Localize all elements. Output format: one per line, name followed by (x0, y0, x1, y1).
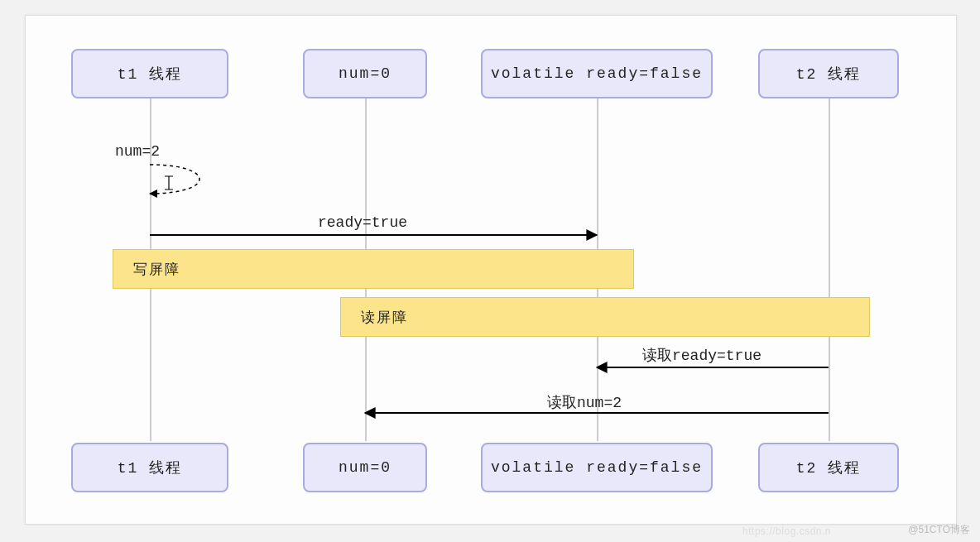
write-barrier: 写屏障 (113, 249, 634, 289)
watermark-csdn: https://blog.csdn.n (742, 525, 831, 537)
sequence-diagram: t1 线程 num=0 volatile ready=false t2 线程 t… (25, 15, 957, 525)
label-ready-true: ready=true (318, 214, 407, 231)
label-read-ready: 读取ready=true (642, 345, 761, 365)
arrow-self-num (150, 165, 199, 194)
lifeline-t2 (829, 98, 830, 441)
read-barrier: 读屏障 (340, 297, 870, 337)
label-self-num: num=2 (115, 143, 160, 160)
watermark-cto: @51CTO博客 (908, 523, 970, 537)
participant-ready-bottom: volatile ready=false (481, 443, 713, 492)
participant-t1-bottom: t1 线程 (71, 443, 228, 492)
participant-num-bottom: num=0 (303, 443, 427, 492)
label-read-num: 读取num=2 (547, 392, 622, 412)
participant-t2-top: t2 线程 (758, 49, 899, 98)
participant-ready-top: volatile ready=false (481, 49, 713, 98)
participant-num-top: num=0 (303, 49, 427, 98)
participant-t1-top: t1 线程 (71, 49, 228, 98)
participant-t2-bottom: t2 线程 (758, 443, 899, 492)
